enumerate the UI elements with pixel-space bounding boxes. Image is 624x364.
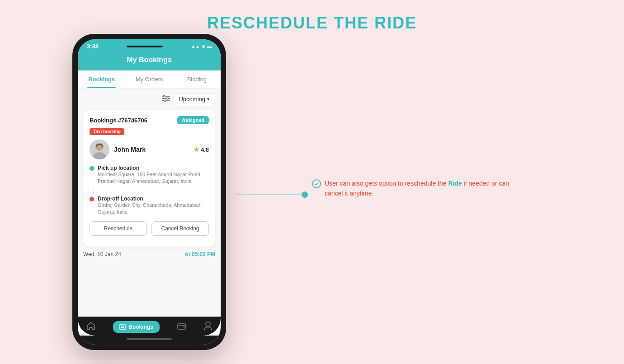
status-icons: ▲▲ ⊙ ▬ (191, 44, 212, 49)
rating-value: 4.8 (201, 146, 209, 153)
tab-bookings[interactable]: Bookings (78, 70, 125, 88)
nav-profile[interactable] (204, 322, 212, 333)
nav-bookings-label: Bookings (128, 324, 153, 330)
svg-rect-16 (178, 324, 186, 329)
svg-point-5 (164, 100, 166, 102)
home-bar (127, 338, 172, 340)
star-icon: ★ (194, 146, 199, 153)
content-area: Upcoming ▾ Bookings #76746706 Assigned T… (78, 89, 221, 317)
connector-line (235, 194, 305, 195)
status-bar: 3:38 ▲▲ ⊙ ▬ (78, 39, 221, 51)
svg-point-12 (97, 145, 102, 150)
phone-screen: 3:38 ▲▲ ⊙ ▬ My Bookings Bookings My Orde… (78, 39, 221, 345)
home-indicator (78, 336, 221, 345)
avatar (90, 140, 109, 159)
pickup-row: Pick up location Mondeal Square, 100 Fee… (90, 165, 209, 185)
phone-mockup: 3:38 ▲▲ ⊙ ▬ My Bookings Bookings My Orde… (72, 34, 226, 350)
svg-point-4 (167, 98, 169, 99)
chevron-down-icon: ▾ (207, 97, 209, 102)
annotation-text: User can also gets option to reschedule … (325, 178, 529, 199)
pickup-address: Mondeal Square, 100 Feet Anand Nagar Roa… (98, 171, 209, 185)
dropoff-dot (90, 197, 94, 201)
annotation-box: User can also gets option to reschedule … (312, 178, 529, 199)
action-buttons: Reschedule Cancel Booking (90, 221, 209, 236)
datetime-row: Wed, 10 Jan 24 At 05:00 PM (78, 247, 221, 257)
bottom-nav: Bookings (78, 317, 221, 336)
tab-my-orders[interactable]: My Orders (125, 70, 173, 88)
dropoff-row: Drop-off Location Godrej Garden City, Ch… (90, 196, 209, 216)
notch (127, 46, 163, 47)
filter-icon[interactable] (162, 95, 170, 103)
svg-point-3 (163, 95, 165, 97)
nav-wallet[interactable] (177, 322, 186, 332)
header-title: My Bookings (127, 56, 172, 64)
nav-home[interactable] (86, 322, 95, 333)
dropdown-label: Upcoming (179, 96, 205, 103)
battery-icon: ▬ (207, 44, 212, 49)
card-header: Bookings #76746706 Assigned (90, 116, 209, 124)
svg-rect-13 (120, 324, 125, 330)
annotation-content: User can also gets option to reschedule … (312, 178, 529, 199)
status-time: 3:38 (87, 43, 99, 50)
tab-bar: Bookings My Orders Bidding (78, 70, 221, 89)
booking-id: Bookings #76746706 (90, 117, 147, 124)
wallet-icon (177, 322, 186, 332)
phone-shell: 3:38 ▲▲ ⊙ ▬ My Bookings Bookings My Orde… (72, 34, 226, 350)
location-section: Pick up location Mondeal Square, 100 Fee… (90, 165, 209, 216)
booking-date: Wed, 10 Jan 24 (83, 251, 121, 257)
wifi-icon: ⊙ (202, 44, 205, 49)
page-title: RESCHEDULE THE RIDE (0, 0, 624, 33)
filter-row: Upcoming ▾ (78, 89, 221, 110)
bookings-nav-button[interactable]: Bookings (113, 321, 160, 333)
app-header: My Bookings (78, 51, 221, 70)
tab-bidding[interactable]: Bidding (173, 70, 221, 88)
annotation-text-ride: Ride (448, 180, 462, 187)
pickup-dot (90, 166, 94, 171)
category-tag: Taxi booking (90, 128, 124, 135)
pickup-label: Pick up location (98, 165, 209, 171)
profile-icon (204, 322, 212, 333)
annotation-text-part1: User can also gets option to reschedule … (325, 180, 448, 187)
dropoff-address: Godrej Garden City, Chandkheda, Ahmedaba… (98, 202, 209, 216)
driver-name: John Mark (114, 146, 189, 153)
status-badge: Assigned (177, 116, 209, 124)
cancel-booking-button[interactable]: Cancel Booking (151, 221, 209, 236)
booking-card: Bookings #76746706 Assigned Taxi booking (83, 110, 215, 247)
driver-row: John Mark ★ 4.8 (90, 140, 209, 159)
connector-dot (302, 191, 308, 198)
upcoming-dropdown[interactable]: Upcoming ▾ (174, 93, 214, 105)
check-icon (312, 179, 321, 188)
signal-icon: ▲▲ (191, 44, 200, 49)
reschedule-button[interactable]: Reschedule (90, 221, 147, 236)
svg-point-17 (183, 326, 184, 327)
svg-point-18 (206, 322, 210, 327)
booking-time: At 05:00 PM (184, 251, 215, 257)
home-icon (86, 322, 95, 333)
dropoff-label: Drop-off Location (98, 196, 209, 202)
pickup-content: Pick up location Mondeal Square, 100 Fee… (98, 165, 209, 185)
dropoff-content: Drop-off Location Godrej Garden City, Ch… (98, 196, 209, 216)
nav-bookings[interactable]: Bookings (113, 321, 160, 333)
driver-rating: ★ 4.8 (194, 146, 209, 153)
